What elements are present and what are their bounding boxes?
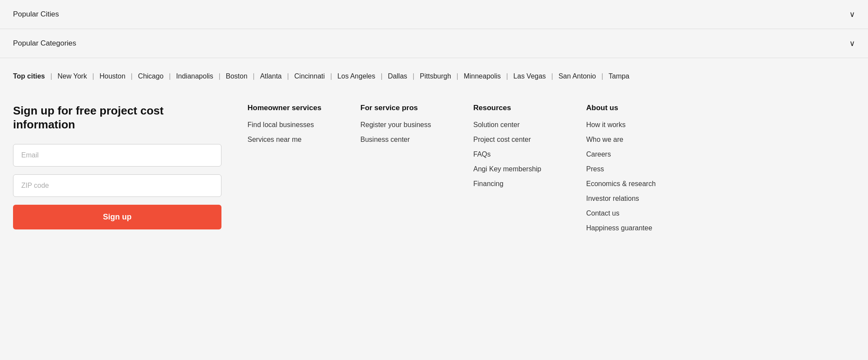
top-cities-separator-0: |	[50, 72, 54, 80]
footer-link-angi-key-membership[interactable]: Angi Key membership	[473, 165, 560, 173]
city-separator: |	[217, 72, 222, 80]
footer-links: Homeowner servicesFind local businessesS…	[248, 104, 855, 239]
footer-link-financing[interactable]: Financing	[473, 180, 560, 188]
footer-col-title-homeowner: Homeowner services	[248, 104, 334, 112]
footer-link-faqs[interactable]: FAQs	[473, 151, 560, 158]
footer-link-happiness-guarantee[interactable]: Happiness guarantee	[586, 224, 673, 232]
popular-categories-chevron-icon: ∨	[849, 39, 855, 48]
city-link[interactable]: Houston	[99, 72, 125, 80]
footer-link-careers[interactable]: Careers	[586, 151, 673, 158]
city-separator: |	[411, 72, 416, 80]
footer-col-title-about_us: About us	[586, 104, 673, 112]
city-separator: |	[379, 72, 384, 80]
footer-col-title-resources: Resources	[473, 104, 560, 112]
footer-link-services-near-me[interactable]: Services near me	[248, 136, 334, 144]
city-separator: |	[167, 72, 173, 80]
footer-link-contact-us[interactable]: Contact us	[586, 209, 673, 217]
popular-categories-accordion[interactable]: Popular Categories ∨	[0, 29, 868, 58]
footer-link-find-local-businesses[interactable]: Find local businesses	[248, 121, 334, 129]
cities-container: New York | Houston | Chicago | Indianapo…	[58, 72, 630, 80]
city-separator: |	[549, 72, 555, 80]
footer-link-investor-relations[interactable]: Investor relations	[586, 195, 673, 203]
city-link[interactable]: Dallas	[388, 72, 407, 80]
popular-categories-label: Popular Categories	[13, 39, 76, 48]
signup-section: Sign up for free project cost informatio…	[13, 104, 221, 229]
footer-col-service_pros: For service prosRegister your businessBu…	[360, 104, 447, 239]
email-input[interactable]	[13, 144, 221, 167]
city-separator: |	[129, 72, 135, 80]
popular-cities-label: Popular Cities	[13, 10, 59, 19]
footer-link-press[interactable]: Press	[586, 165, 673, 173]
popular-cities-chevron-icon: ∨	[849, 10, 855, 19]
city-link[interactable]: Pittsburgh	[420, 72, 451, 80]
city-link[interactable]: Cincinnati	[294, 72, 325, 80]
city-link[interactable]: Tampa	[608, 72, 629, 80]
top-cities-bar: Top cities | New York | Houston | Chicag…	[0, 58, 868, 91]
footer-main: Sign up for free project cost informatio…	[0, 91, 868, 256]
popular-cities-accordion[interactable]: Popular Cities ∨	[0, 0, 868, 29]
city-separator: |	[504, 72, 510, 80]
city-link[interactable]: New York	[58, 72, 87, 80]
city-separator: |	[328, 72, 334, 80]
footer-link-economics--research[interactable]: Economics & research	[586, 180, 673, 188]
city-link[interactable]: Indianapolis	[176, 72, 213, 80]
city-separator: |	[90, 72, 96, 80]
city-link[interactable]: San Antonio	[558, 72, 596, 80]
footer-col-about_us: About usHow it worksWho we areCareersPre…	[586, 104, 673, 239]
footer-link-how-it-works[interactable]: How it works	[586, 121, 673, 129]
footer-col-resources: ResourcesSolution centerProject cost cen…	[473, 104, 560, 239]
city-separator: |	[285, 72, 291, 80]
footer-link-who-we-are[interactable]: Who we are	[586, 136, 673, 144]
city-separator: |	[251, 72, 257, 80]
footer-col-homeowner: Homeowner servicesFind local businessesS…	[248, 104, 334, 239]
zip-input[interactable]	[13, 174, 221, 197]
city-separator: |	[599, 72, 605, 80]
footer-link-solution-center[interactable]: Solution center	[473, 121, 560, 129]
footer-link-business-center[interactable]: Business center	[360, 136, 447, 144]
footer-link-project-cost-center[interactable]: Project cost center	[473, 136, 560, 144]
city-link[interactable]: Las Vegas	[513, 72, 546, 80]
footer-col-title-service_pros: For service pros	[360, 104, 447, 112]
city-separator: |	[455, 72, 460, 80]
signup-button[interactable]: Sign up	[13, 205, 221, 229]
top-cities-heading: Top cities	[13, 72, 45, 80]
city-link[interactable]: Atlanta	[260, 72, 282, 80]
city-link[interactable]: Boston	[226, 72, 248, 80]
footer-link-register-your-business[interactable]: Register your business	[360, 121, 447, 129]
signup-title: Sign up for free project cost informatio…	[13, 104, 221, 132]
city-link[interactable]: Minneapolis	[464, 72, 501, 80]
city-link[interactable]: Chicago	[138, 72, 164, 80]
city-link[interactable]: Los Angeles	[337, 72, 375, 80]
